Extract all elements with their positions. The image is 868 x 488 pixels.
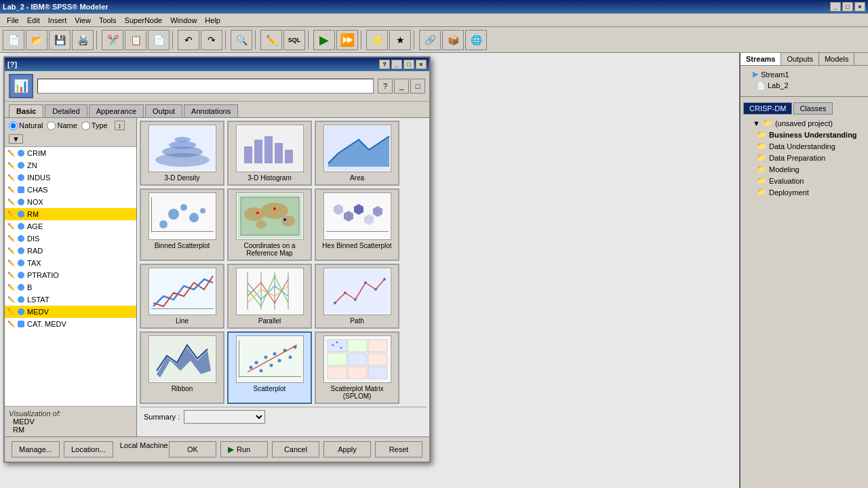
tb-pkg[interactable]: 📦 (442, 30, 464, 50)
dialog-minimize-icon-btn[interactable]: _ (394, 79, 409, 94)
radio-name[interactable]: Name (47, 121, 77, 130)
menu-insert[interactable]: Insert (44, 15, 71, 26)
cancel-button[interactable]: Cancel (272, 441, 319, 458)
field-item-b[interactable]: ✏️ B (5, 281, 136, 293)
maximize-btn[interactable]: □ (842, 2, 853, 12)
gallery-item-binned-scatter[interactable]: Binned Scatterplot (140, 188, 224, 261)
tab-basic[interactable]: Basic (9, 104, 43, 117)
outputs-tab[interactable]: Outputs (781, 53, 819, 65)
field-list[interactable]: ✏️ CRIM ✏️ ZN ✏️ (5, 147, 136, 406)
tb-cut[interactable]: ✂️ (102, 30, 123, 50)
dialog-expand-icon-btn[interactable]: □ (410, 79, 425, 94)
field-item-indus[interactable]: ✏️ INDUS (5, 171, 136, 184)
tb-open[interactable]: 📂 (26, 30, 47, 50)
tb-print[interactable]: 🖨️ (72, 30, 94, 50)
field-item-cat-medv[interactable]: ✏️ CAT. MEDV (5, 318, 136, 330)
menu-file[interactable]: File (3, 15, 23, 26)
tab-appearance[interactable]: Appearance (89, 104, 144, 117)
field-item-zn[interactable]: ✏️ ZN (5, 159, 136, 171)
dialog-help-icon-btn[interactable]: ? (378, 79, 393, 94)
dialog-minimize-btn[interactable]: _ (391, 60, 402, 69)
ok-button[interactable]: OK (169, 441, 216, 458)
menu-window[interactable]: Window (166, 15, 201, 26)
gallery-item-hex-binned[interactable]: Hex Binned Scatterplot (315, 188, 399, 261)
modeling-item[interactable]: 📁 Modeling (743, 163, 865, 175)
menu-tools[interactable]: Tools (95, 15, 121, 26)
manage-button[interactable]: Manage... (12, 441, 60, 458)
tb-new[interactable]: 📄 (3, 30, 24, 50)
tb-run-all[interactable]: ⏩ (336, 30, 358, 50)
reset-button[interactable]: Reset (375, 441, 422, 458)
tb-run[interactable]: ▶ (313, 30, 335, 50)
menu-edit[interactable]: Edit (23, 15, 44, 26)
models-tab[interactable]: Models (819, 53, 854, 65)
lab2-item[interactable]: 📄 Lab_2 (743, 80, 865, 91)
gallery-item-ribbon[interactable]: Ribbon (140, 331, 224, 404)
radio-type[interactable]: Type (81, 121, 108, 130)
field-item-lstat[interactable]: ✏️ LSTAT (5, 293, 136, 306)
tab-annotations[interactable]: Annotations (184, 104, 238, 117)
gallery-item-splom[interactable]: Scatterplot Matrix (SPLOM) (315, 331, 399, 404)
tb-globe[interactable]: 🌐 (465, 30, 487, 50)
field-item-tax[interactable]: ✏️ TAX (5, 257, 136, 269)
gallery-item-area[interactable]: Area (315, 121, 399, 186)
radio-natural[interactable]: Natural (9, 121, 43, 130)
streams-tab[interactable]: Streams (741, 53, 781, 65)
stream1-item[interactable]: ▶ Stream1 (743, 68, 865, 80)
tb-save[interactable]: 💾 (49, 30, 71, 50)
field-item-medv[interactable]: ✏️ MEDV (5, 306, 136, 318)
dialog-controls[interactable]: ? _ □ × (379, 60, 427, 69)
tb-redo[interactable]: ↷ (201, 30, 222, 50)
menu-view[interactable]: View (71, 15, 95, 26)
tb-undo[interactable]: ↶ (178, 30, 199, 50)
field-item-rad[interactable]: ✏️ RAD (5, 245, 136, 257)
menu-supernode[interactable]: SuperNode (121, 15, 167, 26)
field-item-crim[interactable]: ✏️ CRIM (5, 147, 136, 159)
gallery-item-path[interactable]: Path (315, 264, 399, 329)
field-item-age[interactable]: ✏️ AGE (5, 220, 136, 232)
data-understanding-item[interactable]: 📁 Data Understanding (743, 140, 865, 152)
tab-detailed[interactable]: Detailed (45, 104, 87, 117)
evaluation-item[interactable]: 📁 Evaluation (743, 175, 865, 186)
field-item-rm[interactable]: ✏️ RM (5, 208, 136, 220)
gallery-item-3d-density[interactable]: 3-D Density (140, 121, 224, 186)
close-btn[interactable]: × (854, 2, 865, 12)
gallery-item-3d-histogram[interactable]: 3-D Histogram (227, 121, 312, 186)
field-item-ptratio[interactable]: ✏️ PTRATIO (5, 269, 136, 281)
field-item-chas[interactable]: ✏️ CHAS (5, 184, 136, 196)
gallery-item-line[interactable]: Line (140, 264, 224, 329)
gallery-item-coords-ref[interactable]: Coordinates on a Reference Map (227, 188, 312, 261)
deployment-item[interactable]: 📁 Deployment (743, 186, 865, 198)
run-button[interactable]: ▶ Run (220, 441, 268, 458)
data-preparation-item[interactable]: 📁 Data Preparation (743, 152, 865, 163)
apply-button[interactable]: Apply (323, 441, 371, 458)
gallery-item-parallel[interactable]: Parallel (227, 264, 312, 329)
title-controls[interactable]: _ □ × (830, 2, 865, 12)
menu-help[interactable]: Help (201, 15, 224, 26)
dialog-maximize-btn[interactable]: □ (403, 60, 414, 69)
location-button[interactable]: Location... (64, 441, 113, 458)
classes-tab[interactable]: Classes (793, 102, 832, 115)
field-item-nox[interactable]: ✏️ NOX (5, 196, 136, 208)
tb-copy[interactable]: 📋 (125, 30, 146, 50)
dialog-close-btn[interactable]: × (416, 60, 427, 69)
summary-select[interactable] (184, 410, 265, 424)
tb-link[interactable]: 🔗 (419, 30, 441, 50)
crisp-dm-tab[interactable]: CRISP-DM (743, 102, 792, 115)
tb-edit[interactable]: ✏️ (260, 30, 282, 50)
minimize-btn[interactable]: _ (830, 2, 841, 12)
gallery-item-scatterplot[interactable]: Scatterplot (227, 331, 312, 404)
tb-fav1[interactable]: ⭐ (366, 30, 388, 50)
business-understanding-item[interactable]: 📁 Business Understanding (743, 129, 865, 140)
dialog-name-input[interactable] (37, 79, 374, 94)
tb-paste[interactable]: 📄 (148, 30, 170, 50)
tab-output[interactable]: Output (145, 104, 182, 117)
unsaved-project[interactable]: ▼ 📁 (unsaved project) (743, 117, 865, 129)
field-sort-btn[interactable]: ↕ (115, 121, 125, 130)
field-filter-btn[interactable]: ▼ (9, 134, 23, 144)
tb-sql[interactable]: SQL (283, 30, 305, 50)
field-item-dis[interactable]: ✏️ DIS (5, 232, 136, 245)
tb-search[interactable]: 🔍 (231, 30, 252, 50)
dialog-help-btn[interactable]: ? (379, 60, 390, 69)
tb-fav2[interactable]: ★ (389, 30, 411, 50)
